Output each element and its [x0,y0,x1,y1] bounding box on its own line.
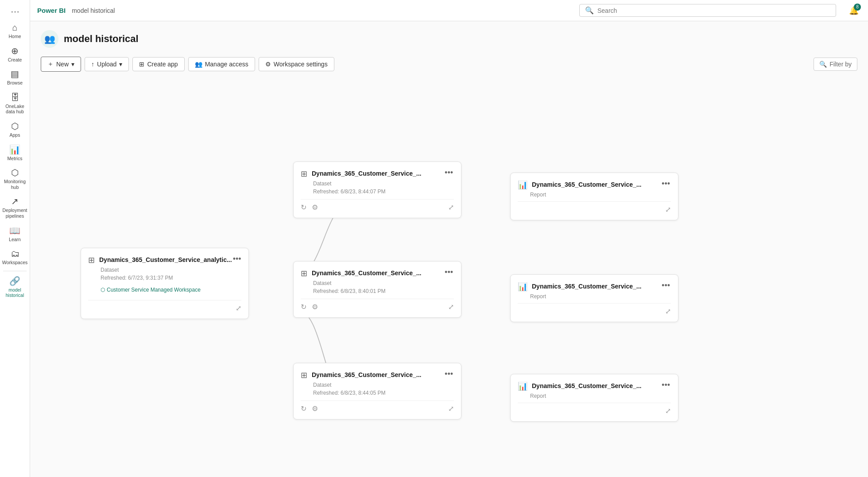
workspace-icon: 👥 [41,30,58,48]
page-header: 👥 model historical [41,30,857,48]
report-icon: 📊 [518,180,527,190]
more-options-button[interactable]: ••• [444,369,454,379]
sidebar-item-menu[interactable]: ⋯ [0,4,30,19]
more-options-button[interactable]: ••• [232,254,242,264]
sidebar-item-deployment[interactable]: ↗ Deployment pipelines [0,193,30,222]
sidebar-item-label: Workspaces [2,260,28,265]
search-input[interactable] [597,7,830,14]
card-name: Dynamics_365_Customer_Service_... [312,371,421,378]
sidebar-item-model-historical[interactable]: 🔗 model historical [0,273,30,302]
manage-access-icon: 👥 [195,61,202,68]
card-title-area: ⊞ Dynamics_365_Customer_Service_... [301,369,421,380]
sidebar-item-workspaces[interactable]: 🗂 Workspaces [0,246,30,269]
refresh-icon[interactable]: ↻ [301,404,306,413]
create-icon: ⊕ [11,46,19,55]
filter-box[interactable]: 🔍 Filter by [814,58,857,71]
card-refresh: Refreshed: 6/7/23, 9:31:37 PM [101,275,241,281]
report-card-1: 📊 Dynamics_365_Customer_Service_... ••• … [510,274,678,322]
card-name: Dynamics_365_Customer_Service_... [312,170,421,177]
sidebar-item-monitoring[interactable]: ⬡ Monitoring hub [0,165,30,193]
expand-icon[interactable]: ⤢ [448,203,454,212]
more-options-button[interactable]: ••• [444,268,454,277]
sidebar-item-label: OneLake data hub [2,104,28,115]
report-card-0: 📊 Dynamics_365_Customer_Service_... ••• … [510,173,678,220]
more-options-button[interactable]: ••• [661,381,671,390]
expand-icon[interactable]: ⤢ [665,307,671,315]
card-header: 📊 Dynamics_365_Customer_Service_... ••• [518,179,671,190]
dataset-icon: ⊞ [301,370,307,380]
workspace-tag-icon: ⬡ [101,287,105,293]
card-type: Dataset [313,382,454,388]
card-footer-icons: ↻ ⚙ [301,404,318,413]
settings-icon[interactable]: ⚙ [312,404,318,413]
refresh-icon[interactable]: ↻ [301,303,306,311]
more-options-button[interactable]: ••• [661,281,671,290]
card-footer-icons: ↻ ⚙ [301,203,318,212]
expand-icon[interactable]: ⤢ [665,407,671,415]
sidebar-item-label: model historical [2,287,28,298]
topbar-workspace: model historical [72,7,115,14]
workspace-settings-button[interactable]: ⚙ Workspace settings [259,57,334,71]
card-footer: ⤢ [518,403,671,415]
sidebar-item-metrics[interactable]: 📊 Metrics [0,142,30,165]
sidebar: ⋯ ⌂ Home ⊕ Create ▤ Browse 🗄 OneLake dat… [0,0,30,477]
card-type: Dataset [313,181,454,187]
search-box[interactable]: 🔍 [579,4,836,17]
notification-badge: 8 [854,4,861,11]
deployment-icon: ↗ [11,197,19,206]
sidebar-item-home[interactable]: ⌂ Home [0,19,30,43]
create-app-button[interactable]: ⊞ Create app [132,57,184,71]
card-name: Dynamics_365_Customer_Service_analytic..… [99,256,232,263]
notification-button[interactable]: 🔔 8 [847,4,861,18]
lineage-canvas: ⊞ Dynamics_365_Customer_Service_analytic… [41,84,857,394]
learn-icon: 📖 [9,226,20,235]
card-header: ⊞ Dynamics_365_Customer_Service_... ••• [301,369,454,380]
card-header: ⊞ Dynamics_365_Customer_Service_analytic… [88,254,241,265]
more-options-button[interactable]: ••• [661,179,671,188]
middle-card-2: ⊞ Dynamics_365_Customer_Service_... ••• … [293,363,461,419]
sidebar-item-browse[interactable]: ▤ Browse [0,66,30,89]
card-title-area: ⊞ Dynamics_365_Customer_Service_... [301,168,421,179]
manage-access-button[interactable]: 👥 Manage access [188,57,255,71]
expand-icon[interactable]: ⤢ [665,205,671,214]
expand-icon[interactable]: ⤢ [236,304,241,312]
settings-icon: ⚙ [265,61,271,68]
sidebar-item-label: Monitoring hub [2,179,28,190]
search-icon: 🔍 [585,6,594,15]
dataset-icon: ⊞ [301,169,307,179]
settings-icon[interactable]: ⚙ [312,303,318,311]
chevron-down-icon: ▾ [71,61,74,68]
settings-icon[interactable]: ⚙ [312,203,318,212]
filter-search-icon: 🔍 [819,61,827,68]
sidebar-item-create[interactable]: ⊕ Create [0,43,30,66]
onelake-icon: 🗄 [11,93,19,102]
card-header: 📊 Dynamics_365_Customer_Service_... ••• [518,281,671,292]
sidebar-item-learn[interactable]: 📖 Learn [0,223,30,246]
card-name: Dynamics_365_Customer_Service_... [532,382,641,389]
sidebar-item-apps[interactable]: ⬡ Apps [0,118,30,142]
dataset-icon: ⊞ [88,255,95,265]
report-icon: 📊 [518,282,527,292]
middle-card-1: ⊞ Dynamics_365_Customer_Service_... ••• … [293,261,461,318]
card-name: Dynamics_365_Customer_Service_... [312,269,421,277]
card-type: Dataset [101,267,241,273]
card-type: Report [530,293,671,300]
expand-icon[interactable]: ⤢ [448,404,454,413]
sidebar-item-onelake[interactable]: 🗄 OneLake data hub [0,89,30,118]
source-card: ⊞ Dynamics_365_Customer_Service_analytic… [81,248,249,319]
toolbar: ＋ New ▾ ↑ Upload ▾ ⊞ Create app 👥 Manage… [41,57,857,72]
apps-icon: ⬡ [11,122,19,131]
app-logo[interactable]: Power BI [37,7,66,14]
card-header: ⊞ Dynamics_365_Customer_Service_... ••• [301,168,454,179]
dataset-icon: ⊞ [301,269,307,278]
expand-icon[interactable]: ⤢ [448,303,454,311]
new-button[interactable]: ＋ New ▾ [41,57,81,72]
card-type: Report [530,393,671,399]
home-icon: ⌂ [12,23,17,32]
more-options-button[interactable]: ••• [444,168,454,177]
sidebar-item-label: Home [8,34,21,39]
card-header: 📊 Dynamics_365_Customer_Service_... ••• [518,381,671,391]
upload-button[interactable]: ↑ Upload ▾ [85,57,129,71]
card-header: ⊞ Dynamics_365_Customer_Service_... ••• [301,268,454,278]
refresh-icon[interactable]: ↻ [301,203,306,212]
